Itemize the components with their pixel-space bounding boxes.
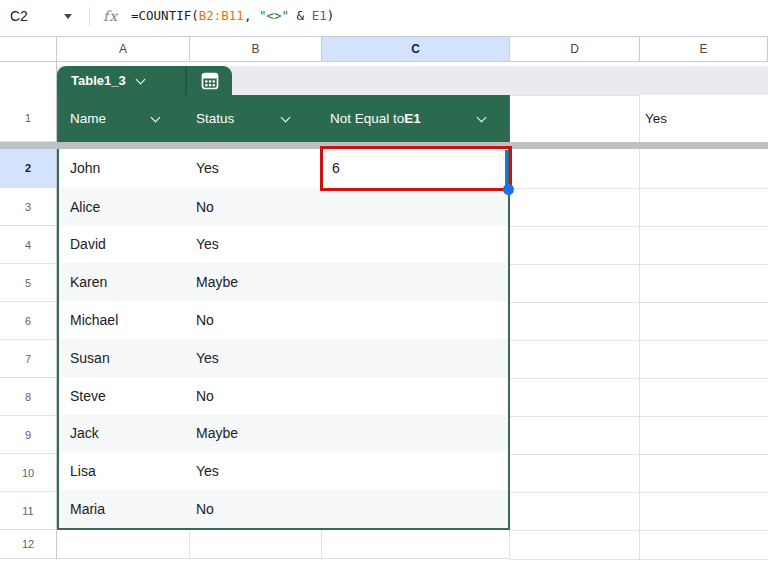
name-cell[interactable]: Steve: [70, 388, 106, 404]
table-body: John Yes 6 Alice No David Yes Karen Mayb…: [57, 149, 510, 530]
formula-token: =COUNTIF(: [131, 8, 199, 23]
table-row[interactable]: Susan Yes: [59, 339, 508, 377]
status-cell[interactable]: Maybe: [196, 425, 238, 441]
formula-bar-divider: [89, 7, 90, 26]
table-row[interactable]: Michael No: [59, 301, 508, 339]
row-header-2-selected[interactable]: 2: [0, 149, 56, 188]
name-box-dropdown-icon[interactable]: [64, 14, 72, 19]
gridline: [510, 559, 768, 560]
status-cell[interactable]: No: [196, 388, 214, 404]
status-cell[interactable]: No: [196, 312, 214, 328]
formula-input[interactable]: =COUNTIF(B2:B11, "<>" & E1): [131, 0, 334, 32]
chevron-down-icon[interactable]: [135, 74, 145, 84]
frozen-row-divider[interactable]: [0, 142, 768, 149]
status-cell[interactable]: Yes: [196, 236, 219, 252]
formula-bar: C2 fx =COUNTIF(B2:B11, "<>" & E1): [0, 0, 768, 34]
cell-b12[interactable]: [190, 530, 322, 559]
formula-token: ): [327, 8, 335, 23]
select-all-corner[interactable]: [0, 36, 57, 62]
column-header-e[interactable]: E: [640, 36, 768, 62]
formula-token: &: [289, 8, 312, 23]
name-cell[interactable]: David: [70, 236, 106, 252]
table-calculator-icon: [199, 70, 221, 92]
gridline: [510, 340, 768, 341]
table-row[interactable]: Steve No: [59, 377, 508, 415]
table-row[interactable]: John Yes 6: [59, 149, 508, 188]
gridline: [510, 416, 768, 417]
name-cell[interactable]: John: [70, 160, 100, 176]
name-cell[interactable]: Jack: [70, 425, 99, 441]
fx-icon: fx: [103, 0, 118, 32]
name-cell[interactable]: Karen: [70, 274, 107, 290]
header-bold-ref: E1: [404, 111, 421, 126]
row-header-11[interactable]: 11: [0, 492, 56, 530]
table-column-header-name[interactable]: Name: [70, 95, 106, 142]
name-cell[interactable]: Susan: [70, 350, 110, 366]
selection-border: [505, 150, 508, 185]
name-cell[interactable]: Michael: [70, 312, 118, 328]
table-options-button[interactable]: [185, 66, 232, 95]
status-cell[interactable]: No: [196, 199, 214, 215]
row-header-6[interactable]: 6: [0, 302, 56, 340]
status-cell[interactable]: Yes: [196, 463, 219, 479]
name-cell[interactable]: Lisa: [70, 463, 96, 479]
spreadsheet-app: C2 fx =COUNTIF(B2:B11, "<>" & E1) A B C …: [0, 0, 768, 561]
table-name-chip[interactable]: Table1_3: [57, 66, 232, 95]
cell-e1[interactable]: Yes: [645, 95, 667, 142]
row-header-4[interactable]: 4: [0, 226, 56, 264]
column-header-b[interactable]: B: [190, 36, 322, 62]
table-column-header-not-equal[interactable]: Not Equal to E1: [330, 95, 421, 142]
gridline: [510, 492, 768, 493]
gridline: [510, 264, 768, 265]
table-column-header-status[interactable]: Status: [196, 95, 234, 142]
table-name-label: Table1_3: [71, 73, 126, 88]
status-cell[interactable]: No: [196, 501, 214, 517]
status-cell[interactable]: Yes: [196, 350, 219, 366]
gridline: [510, 454, 768, 455]
status-cell[interactable]: Yes: [196, 160, 219, 176]
gridline: [510, 530, 768, 531]
name-box[interactable]: C2: [0, 0, 88, 32]
row-header-3[interactable]: 3: [0, 188, 56, 226]
gridline: [639, 95, 640, 559]
formula-token-string: "<>": [259, 8, 289, 23]
row-header-9[interactable]: 9: [0, 416, 56, 454]
row-header-8[interactable]: 8: [0, 378, 56, 416]
gridline: [510, 378, 768, 379]
column-filter-chevron-icon[interactable]: [151, 113, 161, 123]
active-cell-reference: C2: [10, 0, 28, 32]
table-row[interactable]: David Yes: [59, 226, 508, 264]
status-cell[interactable]: Maybe: [196, 274, 238, 290]
row-header-1[interactable]: 1: [0, 95, 56, 142]
fill-handle[interactable]: [503, 184, 514, 195]
formula-token-range: B2:B11: [199, 8, 244, 23]
formula-token: ,: [244, 8, 259, 23]
column-header-c-selected[interactable]: C: [322, 36, 510, 62]
table-row[interactable]: Maria No: [59, 490, 508, 528]
row-header-10[interactable]: 10: [0, 454, 56, 492]
formula-token-cellref: E1: [312, 8, 327, 23]
column-header-a[interactable]: A: [57, 36, 190, 62]
gridline: [510, 302, 768, 303]
row-header-7[interactable]: 7: [0, 340, 56, 378]
row-header-5[interactable]: 5: [0, 264, 56, 302]
cell-d1[interactable]: [510, 95, 639, 142]
gridline: [510, 226, 768, 227]
table-row[interactable]: Karen Maybe: [59, 263, 508, 301]
table-row[interactable]: Jack Maybe: [59, 415, 508, 453]
table-row[interactable]: Lisa Yes: [59, 452, 508, 490]
table-header-row: Name Status Not Equal to E1: [57, 95, 510, 142]
column-filter-chevron-icon[interactable]: [281, 113, 291, 123]
table-name-segment[interactable]: Table1_3: [57, 66, 185, 95]
gridline: [510, 188, 768, 189]
name-cell[interactable]: Maria: [70, 501, 105, 517]
cell-c12[interactable]: [322, 530, 510, 559]
cell-c2-value[interactable]: 6: [332, 160, 340, 176]
column-filter-chevron-icon[interactable]: [477, 113, 487, 123]
name-cell[interactable]: Alice: [70, 199, 100, 215]
column-header-d[interactable]: D: [510, 36, 640, 62]
table-row[interactable]: Alice No: [59, 188, 508, 226]
cell-a12[interactable]: [57, 530, 190, 559]
row-header-12[interactable]: 12: [0, 530, 56, 559]
